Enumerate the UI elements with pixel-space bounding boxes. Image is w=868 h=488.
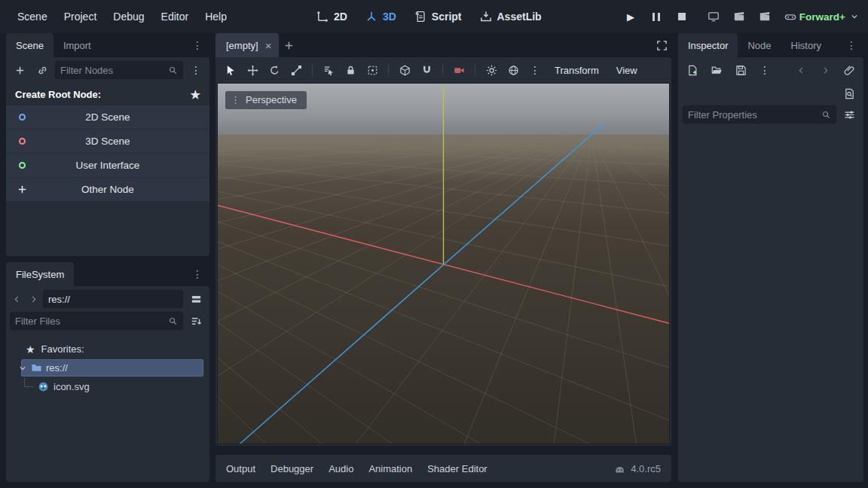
movie-mode-button[interactable] [779,6,802,27]
filesystem-dock-menu-button[interactable]: ⋮ [185,262,209,286]
transform-menu[interactable]: Transform [546,65,607,76]
list-select-button[interactable] [318,61,339,79]
override-camera-button[interactable] [448,61,469,79]
preview-environment-button[interactable] [503,61,524,79]
menu-project[interactable]: Project [56,7,105,26]
object-properties-button[interactable] [839,61,859,79]
group-node-button[interactable] [362,61,383,79]
inspector-dock-menu-button[interactable]: ⋮ [839,33,863,57]
topbar: Scene Project Debug Editor Help 2D 3D Sc… [0,0,868,33]
add-node-button[interactable] [10,61,29,79]
editor-3d-button[interactable]: 3D [356,0,405,33]
save-resource-button[interactable] [731,61,750,79]
scene-tab-label: [empty] [226,40,258,51]
run-scene-button[interactable] [728,6,750,27]
history-forward-button[interactable] [26,290,40,308]
scene-dock-tabs: Scene Import ⋮ [6,33,209,57]
create-2d-scene-button[interactable]: 2D Scene [6,105,209,129]
scene-dock-menu-button[interactable]: ⋮ [185,33,209,57]
editor-assetlib-button[interactable]: AssetLib [471,0,551,33]
stop-button[interactable] [671,6,693,27]
distraction-free-button[interactable] [652,36,671,54]
property-filter-options-button[interactable] [839,105,859,124]
magnet-icon [421,65,432,76]
playback-controls: ▶ [619,0,802,33]
sort-files-button[interactable] [186,312,206,330]
rotate-icon [269,65,280,76]
list-select-icon [323,65,335,76]
menu-editor[interactable]: Editor [153,7,197,26]
sun-environment-menu-button[interactable]: ⋮ [524,61,546,79]
inspector-dock: Inspector Node History ⋮ ⋮ [678,33,863,482]
editor-script-button[interactable]: Script [405,0,471,33]
pause-button[interactable] [645,6,668,27]
favorites-row[interactable]: ★ Favorites: [9,340,206,358]
history-back-button[interactable] [791,61,811,79]
search-icon [821,110,831,120]
3d-viewport[interactable]: ⋮ Perspective [217,83,670,444]
tab-inspector[interactable]: Inspector [678,33,738,57]
split-view-icon [191,294,202,305]
scale-mode-button[interactable] [286,61,307,79]
instance-scene-button[interactable] [32,61,52,79]
scene-dock-body: ⋮ Create Root Node: ★ 2D Scene 3D Scene … [6,57,209,256]
current-path-input[interactable] [48,294,178,305]
snap-button[interactable] [416,61,437,79]
perspective-label: Perspective [246,94,297,105]
view-menu[interactable]: View [608,65,646,76]
toggle-split-mode-button[interactable] [186,290,206,308]
tab-filesystem[interactable]: FileSystem [6,262,74,286]
scene-tree-menu-button[interactable]: ⋮ [186,61,206,79]
audio-button[interactable]: Audio [321,463,361,474]
perspective-menu[interactable]: ⋮ Perspective [225,91,307,109]
select-mode-button[interactable] [220,61,241,79]
close-icon[interactable]: × [265,40,272,51]
remote-debug-button[interactable] [702,6,725,27]
create-3d-scene-button[interactable]: 3D Scene [6,130,209,153]
renderer-dropdown[interactable]: Forward+ [799,0,859,33]
create-ui-scene-button[interactable]: User Interface [6,154,209,177]
filter-nodes-box [55,61,183,79]
menu-debug[interactable]: Debug [105,7,152,26]
create-other-node-button[interactable]: Other Node [6,178,209,201]
godot-file-icon [38,381,49,392]
debugger-button[interactable]: Debugger [263,463,321,474]
shader-editor-button[interactable]: Shader Editor [420,463,495,474]
filter-files-input[interactable] [15,316,165,327]
output-button[interactable]: Output [219,463,263,474]
editor-2d-button[interactable]: 2D [307,0,356,33]
open-documentation-button[interactable] [839,84,859,102]
menu-help[interactable]: Help [197,7,235,26]
play-button[interactable]: ▶ [619,6,642,27]
move-mode-button[interactable] [242,61,263,79]
file-row[interactable]: icon.svg [9,377,206,396]
history-forward-button[interactable] [815,61,835,79]
lock-node-button[interactable] [340,61,361,79]
favorites-label: Favorites: [41,343,84,355]
assetlib-icon [480,11,492,23]
scene-tab-empty[interactable]: [empty] × [215,33,279,57]
tab-node[interactable]: Node [738,33,781,57]
resource-options-button[interactable]: ⋮ [755,61,775,79]
history-back-button[interactable] [10,290,23,308]
menu-scene[interactable]: Scene [9,7,56,26]
tab-import[interactable]: Import [53,33,101,57]
new-scene-tab-button[interactable] [279,36,298,54]
filter-nodes-input[interactable] [60,65,165,76]
new-resource-button[interactable] [683,61,702,79]
tab-scene[interactable]: Scene [6,33,53,57]
filter-properties-input[interactable] [688,109,818,120]
preview-sun-button[interactable] [481,61,502,79]
tab-history[interactable]: History [781,33,831,57]
version-info: 4.0.rc5 [614,463,668,474]
run-custom-scene-button[interactable] [753,6,776,27]
local-space-button[interactable] [394,61,415,79]
animation-button[interactable]: Animation [361,463,420,474]
inspector-toolbar: ⋮ [678,57,863,83]
favorite-star-icon[interactable]: ★ [191,89,200,100]
res-folder-row[interactable]: res:// [9,358,206,377]
main-menubar: Scene Project Debug Editor Help [0,7,235,26]
load-resource-button[interactable] [707,61,726,79]
rotate-mode-button[interactable] [264,61,285,79]
file-label: icon.svg [53,381,90,392]
